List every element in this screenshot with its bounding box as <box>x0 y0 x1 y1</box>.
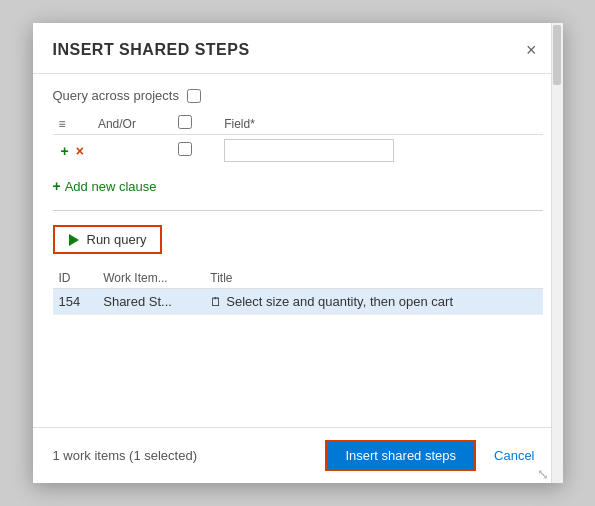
run-query-wrapper: Run query <box>53 225 543 254</box>
scrollbar-thumb <box>553 25 561 85</box>
query-across-label: Query across projects <box>53 88 179 103</box>
dialog-footer: 1 work items (1 selected) Insert shared … <box>33 427 563 483</box>
cell-title: 🗒Select size and quantity, then open car… <box>204 289 542 315</box>
field-header: Field* <box>218 113 542 135</box>
results-header-row: ID Work Item... Title <box>53 268 543 289</box>
add-clause-button[interactable]: + Add new clause <box>53 176 157 196</box>
cell-id: 154 <box>53 289 98 315</box>
footer-info: 1 work items (1 selected) <box>53 448 198 463</box>
run-query-button[interactable]: Run query <box>53 225 163 254</box>
results-section: ID Work Item... Title 154 Shared St... 🗒… <box>53 268 543 413</box>
add-row-button[interactable]: + <box>59 144 71 158</box>
col-icons-header: ≡ <box>53 113 92 135</box>
close-button[interactable]: × <box>520 39 543 61</box>
dialog-title: INSERT SHARED STEPS <box>53 41 250 59</box>
table-row[interactable]: 154 Shared St... 🗒Select size and quanti… <box>53 289 543 315</box>
results-tbody: 154 Shared St... 🗒Select size and quanti… <box>53 289 543 315</box>
filter-table: ≡ And/Or Field* + × <box>53 113 543 166</box>
dialog-body: Query across projects ≡ And/Or Field* <box>33 74 563 427</box>
title-column-header: Title <box>204 268 542 289</box>
run-query-label: Run query <box>87 232 147 247</box>
insert-shared-steps-dialog: INSERT SHARED STEPS × Query across proje… <box>33 23 563 483</box>
andor-header: And/Or <box>92 113 172 135</box>
remove-row-button[interactable]: × <box>74 144 86 158</box>
divider <box>53 210 543 211</box>
shared-steps-icon: 🗒 <box>210 295 222 309</box>
field-value-input[interactable]: Work Item Type <box>224 139 394 162</box>
list-lines-icon: ≡ <box>59 117 66 131</box>
query-across-projects-row: Query across projects <box>53 88 543 103</box>
footer-buttons: Insert shared steps Cancel <box>325 440 542 471</box>
checkbox-col-header <box>172 113 218 135</box>
row-checkbox[interactable] <box>178 142 192 156</box>
add-clause-plus-icon: + <box>53 178 61 194</box>
select-all-checkbox[interactable] <box>178 115 192 129</box>
add-clause-label: Add new clause <box>65 179 157 194</box>
cell-workitem: Shared St... <box>97 289 204 315</box>
play-icon <box>69 234 79 246</box>
workitem-column-header: Work Item... <box>97 268 204 289</box>
insert-shared-steps-button[interactable]: Insert shared steps <box>325 440 476 471</box>
id-column-header: ID <box>53 268 98 289</box>
query-across-checkbox[interactable] <box>187 89 201 103</box>
scrollbar[interactable] <box>551 23 563 483</box>
resize-handle[interactable]: ⤡ <box>535 465 551 483</box>
results-table: ID Work Item... Title 154 Shared St... 🗒… <box>53 268 543 315</box>
dialog-header: INSERT SHARED STEPS × <box>33 23 563 74</box>
filter-row: + × Work Item Type <box>53 135 543 167</box>
